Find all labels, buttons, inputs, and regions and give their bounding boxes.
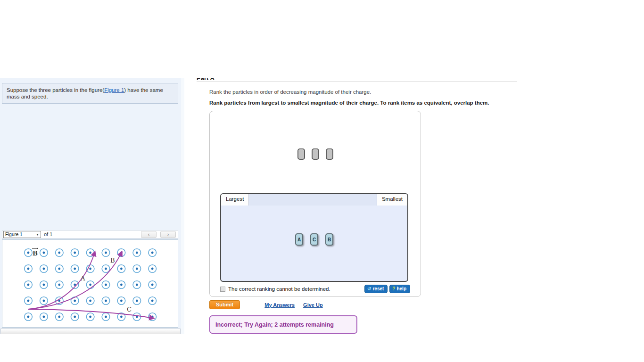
- figure-count-label: of 1: [44, 231, 52, 237]
- figure-1-link[interactable]: Figure 1: [104, 87, 124, 93]
- rank-slot-3[interactable]: [326, 148, 333, 160]
- field-dot-center: [58, 268, 60, 270]
- trajectory-b-label: B: [110, 257, 115, 264]
- field-dot-center: [89, 284, 91, 286]
- figure-select-value: Figure 1: [5, 232, 23, 237]
- part-a-title: Part A: [197, 78, 517, 82]
- figure-1-image: B A B C: [2, 239, 178, 328]
- item-chip-c[interactable]: C: [310, 233, 318, 246]
- field-dot-center: [89, 316, 91, 318]
- field-dot-center: [136, 268, 138, 270]
- give-up-link[interactable]: Give Up: [303, 302, 323, 308]
- rank-slot-2[interactable]: [312, 148, 319, 160]
- field-dot-center: [27, 268, 30, 270]
- next-figure-button[interactable]: ›: [160, 231, 176, 238]
- help-label: help: [396, 286, 406, 292]
- chevron-left-icon: ‹: [148, 232, 150, 237]
- field-dot-center: [151, 284, 154, 286]
- cannot-determine-label: The correct ranking cannot be determined…: [228, 286, 330, 292]
- field-dot-center: [74, 252, 76, 254]
- figure-select-dropdown[interactable]: Figure 1 ▼: [3, 231, 41, 238]
- trajectory-c-label: C: [127, 306, 132, 313]
- problem-sidebar: Suppose the three particles in the figur…: [0, 78, 181, 334]
- field-dot-center: [105, 284, 107, 286]
- ranking-widget: Largest Smallest A C B The correct ranki…: [209, 111, 421, 297]
- field-dot-center: [58, 252, 60, 254]
- largest-label: Largest: [221, 194, 249, 206]
- help-icon: ?: [392, 286, 395, 292]
- b-field-label: B: [32, 247, 38, 257]
- field-dot-center: [120, 316, 123, 318]
- trajectory-a-label: A: [80, 275, 85, 282]
- reset-label: reset: [372, 286, 384, 292]
- rank-slot-1[interactable]: [297, 148, 305, 160]
- part-a-header: Part A: [197, 78, 517, 82]
- figure-navigation-bar: Figure 1 ▼ of 1 ‹ ›: [2, 230, 178, 239]
- caret-down-icon: ▼: [36, 233, 39, 236]
- question-text: Rank the particles in order of decreasin…: [209, 89, 517, 95]
- field-dot-center: [43, 300, 45, 302]
- field-dot-center: [151, 252, 154, 254]
- field-dot-center: [43, 268, 45, 270]
- my-answers-link[interactable]: My Answers: [264, 302, 295, 308]
- field-dot-center: [27, 316, 30, 318]
- previous-figure-button[interactable]: ‹: [141, 231, 157, 238]
- field-dot-center: [27, 284, 30, 286]
- field-dot-center: [89, 252, 91, 254]
- field-dot-center: [89, 300, 91, 302]
- item-chip-b[interactable]: B: [325, 233, 333, 246]
- field-dot-center: [105, 268, 107, 270]
- smallest-label: Smallest: [377, 194, 407, 206]
- draggable-items: A C B: [221, 233, 407, 246]
- field-dot-center: [74, 316, 76, 318]
- item-chip-a[interactable]: A: [295, 233, 303, 246]
- reset-icon: ↺: [367, 286, 371, 292]
- ranking-instruction: Rank particles from largest to smallest …: [209, 100, 517, 106]
- submit-button[interactable]: Submit: [209, 300, 240, 309]
- ranking-slots: [210, 148, 421, 160]
- field-dot-center: [58, 316, 60, 318]
- cannot-determine-row: The correct ranking cannot be determined…: [220, 285, 410, 293]
- panel-divider: [181, 78, 184, 334]
- field-dot-center: [151, 268, 154, 270]
- part-a-section: Part A Rank the particles in order of de…: [197, 78, 517, 334]
- help-button[interactable]: ? help: [389, 285, 410, 293]
- field-dot-center: [136, 284, 138, 286]
- field-dot-center: [43, 252, 45, 254]
- item-bin-header: Largest Smallest: [221, 194, 407, 206]
- svg-text:B: B: [33, 250, 38, 257]
- magnetic-field-figure: B A B C: [2, 240, 178, 327]
- field-dot-center: [27, 252, 30, 254]
- field-dot-center: [27, 300, 30, 302]
- field-dot-center: [120, 300, 123, 302]
- field-dot-center: [58, 284, 60, 286]
- field-dot-center: [43, 316, 45, 318]
- reset-button[interactable]: ↺ reset: [364, 285, 388, 293]
- problem-intro: Suppose the three particles in the figur…: [2, 83, 178, 104]
- answer-actions: Submit My Answers Give Up: [209, 300, 517, 309]
- field-dot-center: [74, 300, 76, 302]
- field-dot-center: [120, 284, 123, 286]
- field-dot-center: [105, 252, 107, 254]
- field-dot-center: [120, 268, 123, 270]
- feedback-message: Incorrect; Try Again; 2 attempts remaini…: [209, 315, 357, 334]
- collapsed-panel-bar[interactable]: [0, 329, 181, 334]
- intro-text-before: Suppose the three particles in the figur…: [7, 87, 104, 93]
- field-dot-center: [43, 284, 45, 286]
- field-dot-center: [136, 252, 138, 254]
- field-dot-center: [105, 316, 107, 318]
- field-dot-center: [151, 300, 154, 302]
- chevron-right-icon: ›: [167, 232, 169, 237]
- field-dot-center: [74, 268, 76, 270]
- field-dot-center: [89, 268, 91, 270]
- item-bin[interactable]: Largest Smallest A C B: [220, 193, 408, 282]
- field-dot-center: [136, 300, 138, 302]
- field-dot-center: [105, 300, 107, 302]
- cannot-determine-checkbox[interactable]: [220, 287, 225, 292]
